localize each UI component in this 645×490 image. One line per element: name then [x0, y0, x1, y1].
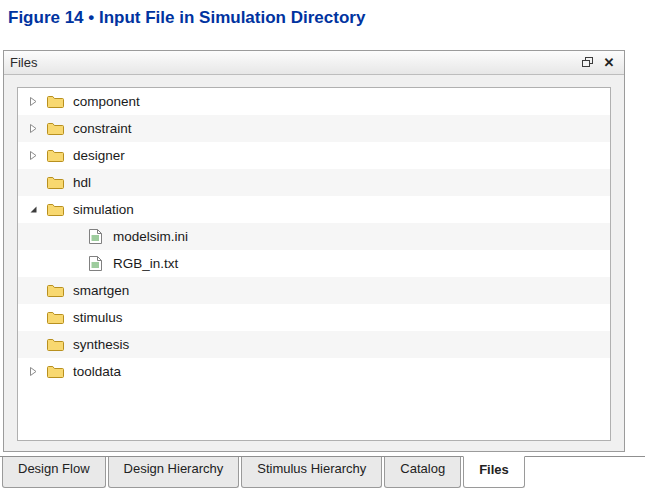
bottom-tab-bar: Design FlowDesign HierarchyStimulus Hier…: [0, 456, 645, 488]
folder-icon: [45, 338, 65, 351]
tree-item-constraint[interactable]: constraint: [18, 115, 610, 142]
folder-icon: [45, 365, 65, 378]
expander-collapsed-icon[interactable]: [26, 124, 41, 133]
expander-expanded-icon[interactable]: [26, 205, 41, 214]
folder-icon: [45, 203, 65, 216]
tab-stimulus-hierarchy[interactable]: Stimulus Hierarchy: [241, 457, 382, 488]
tree-item-label: modelsim.ini: [113, 229, 188, 244]
tab-design-flow[interactable]: Design Flow: [2, 457, 106, 488]
folder-icon: [45, 176, 65, 189]
tree-item-label: constraint: [73, 121, 132, 136]
tree-item-tooldata[interactable]: tooldata: [18, 358, 610, 385]
file-icon: [85, 256, 105, 271]
tree-item-label: tooldata: [73, 364, 121, 379]
tree-item-label: component: [73, 94, 140, 109]
expander-collapsed-icon[interactable]: [26, 151, 41, 160]
tree-item-smartgen[interactable]: smartgen: [18, 277, 610, 304]
tab-design-hierarchy[interactable]: Design Hierarchy: [108, 457, 240, 488]
tree-item-label: designer: [73, 148, 125, 163]
tree-item-stimulus[interactable]: stimulus: [18, 304, 610, 331]
folder-icon: [45, 284, 65, 297]
files-panel: Files ✕ componentconstraintdesignerhdlsi…: [3, 50, 625, 452]
panel-title: Files: [10, 55, 574, 70]
tree-item-label: hdl: [73, 175, 91, 190]
panel-titlebar: Files ✕: [4, 51, 624, 75]
tree-item-modelsim-ini[interactable]: modelsim.ini: [18, 223, 610, 250]
close-icon[interactable]: ✕: [600, 55, 618, 71]
folder-icon: [45, 95, 65, 108]
tab-files[interactable]: Files: [463, 456, 525, 488]
tree-item-label: RGB_in.txt: [113, 256, 178, 271]
tree-item-designer[interactable]: designer: [18, 142, 610, 169]
float-window-icon[interactable]: [578, 55, 596, 71]
tree-item-hdl[interactable]: hdl: [18, 169, 610, 196]
figure-caption: Figure 14 • Input File in Simulation Dir…: [8, 8, 365, 28]
tree-item-label: synthesis: [73, 337, 129, 352]
folder-icon: [45, 149, 65, 162]
folder-icon: [45, 311, 65, 324]
tree-item-synthesis[interactable]: synthesis: [18, 331, 610, 358]
tab-catalog[interactable]: Catalog: [384, 457, 461, 488]
tree-item-component[interactable]: component: [18, 88, 610, 115]
tree-item-label: stimulus: [73, 310, 123, 325]
file-icon: [85, 229, 105, 244]
tree-item-label: smartgen: [73, 283, 129, 298]
file-tree: componentconstraintdesignerhdlsimulation…: [17, 87, 611, 441]
tree-item-label: simulation: [73, 202, 134, 217]
tree-item-simulation[interactable]: simulation: [18, 196, 610, 223]
tree-item-rgb-in-txt[interactable]: RGB_in.txt: [18, 250, 610, 277]
expander-collapsed-icon[interactable]: [26, 97, 41, 106]
folder-icon: [45, 122, 65, 135]
expander-collapsed-icon[interactable]: [26, 367, 41, 376]
